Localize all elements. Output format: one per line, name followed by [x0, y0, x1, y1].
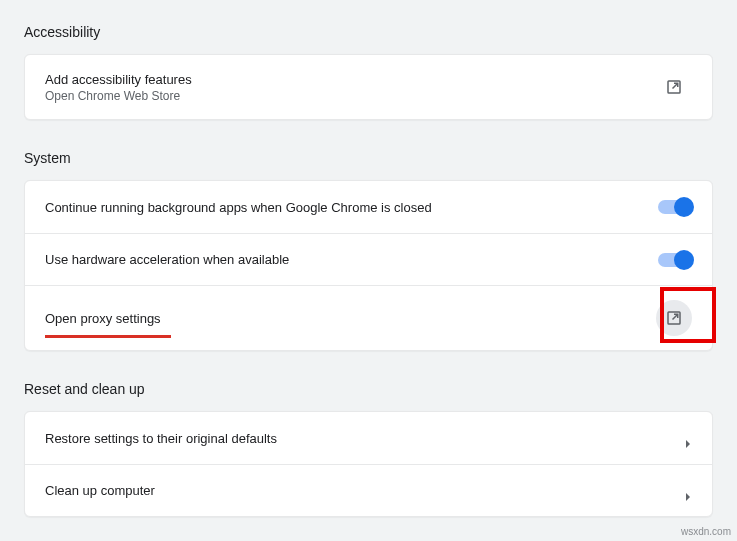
label-open-proxy: Open proxy settings	[45, 311, 161, 326]
heading-system: System	[24, 150, 713, 166]
row-hw-accel: Use hardware acceleration when available	[25, 233, 712, 285]
card-accessibility: Add accessibility features Open Chrome W…	[24, 54, 713, 120]
open-proxy-icon-button[interactable]	[656, 300, 692, 336]
toggle-hw-accel[interactable]	[658, 253, 692, 267]
section-reset: Reset and clean up Restore settings to t…	[24, 381, 713, 517]
row-add-accessibility[interactable]: Add accessibility features Open Chrome W…	[25, 55, 712, 119]
label-hw-accel: Use hardware acceleration when available	[45, 252, 289, 267]
open-external-icon[interactable]	[656, 69, 692, 105]
section-system: System Continue running background apps …	[24, 150, 713, 351]
label-restore-defaults: Restore settings to their original defau…	[45, 431, 277, 446]
watermark: wsxdn.com	[681, 526, 731, 537]
row-cleanup-computer[interactable]: Clean up computer	[25, 464, 712, 516]
row-subtitle: Open Chrome Web Store	[45, 89, 192, 103]
row-open-proxy[interactable]: Open proxy settings	[25, 285, 712, 350]
label-cleanup-computer: Clean up computer	[45, 483, 155, 498]
section-accessibility: Accessibility Add accessibility features…	[24, 24, 713, 120]
row-background-apps: Continue running background apps when Go…	[25, 181, 712, 233]
highlight-underline	[45, 335, 171, 338]
row-restore-defaults[interactable]: Restore settings to their original defau…	[25, 412, 712, 464]
label-background-apps: Continue running background apps when Go…	[45, 200, 432, 215]
heading-reset: Reset and clean up	[24, 381, 713, 397]
card-reset: Restore settings to their original defau…	[24, 411, 713, 517]
chevron-right-icon	[684, 487, 692, 495]
toggle-background-apps[interactable]	[658, 200, 692, 214]
card-system: Continue running background apps when Go…	[24, 180, 713, 351]
toggle-knob	[674, 197, 694, 217]
chevron-right-icon	[684, 434, 692, 442]
heading-accessibility: Accessibility	[24, 24, 713, 40]
toggle-knob	[674, 250, 694, 270]
row-title: Add accessibility features	[45, 72, 192, 87]
row-text: Add accessibility features Open Chrome W…	[45, 72, 192, 103]
